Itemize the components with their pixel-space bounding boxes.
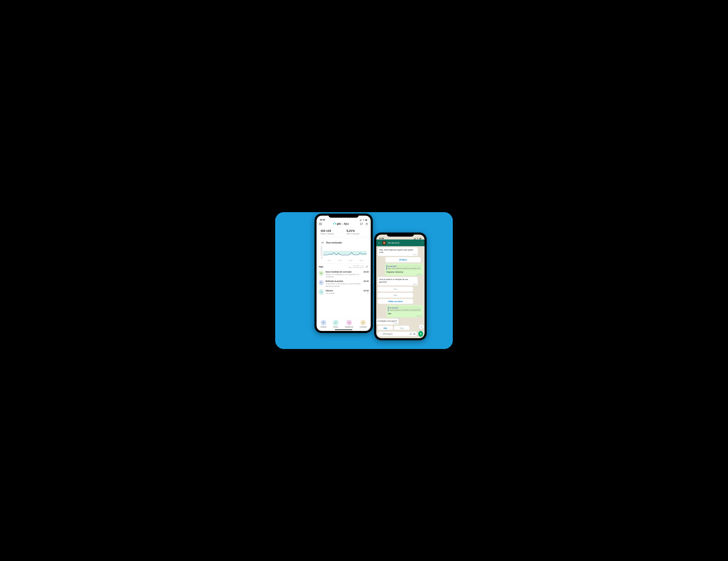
chart-svg [323, 246, 367, 259]
nav-label: Conteúdos [360, 326, 367, 328]
entry-desc: 132 (mg/dL) [326, 292, 362, 294]
option-row: Sim [378, 287, 413, 292]
today-timestamp: 08/12/2023 - 16:16 [353, 265, 364, 267]
nav-refeicao[interactable]: Refeição [321, 320, 326, 328]
entry-title: Refeição (Lanche) [326, 280, 362, 282]
list-icon: ☰ [399, 259, 402, 261]
phone-glic: 16:16 glic | Afya [314, 214, 373, 333]
signal-icon [414, 238, 416, 240]
svg-rect-6 [420, 333, 421, 334]
wifi-icon [362, 219, 365, 221]
chat-header: ← Vic da GLIC ⋮ [376, 240, 425, 246]
back-icon[interactable]: ← [378, 241, 381, 244]
nav-label: Refeição [321, 326, 326, 328]
chart-x-axis: 07/1207/1208/1208/12 [320, 260, 367, 261]
chat-icon[interactable] [360, 222, 363, 226]
metric-value: 103 ±19 [320, 229, 341, 233]
option-row: Não [378, 293, 413, 298]
message-text: Hoje, tenho algumas opções para ajudar v… [379, 249, 413, 253]
menu-dots-icon[interactable]: ⋮ [421, 241, 423, 244]
phone-notch [328, 214, 359, 218]
svg-point-10 [361, 223, 361, 224]
message-time: 15:54 [416, 315, 422, 317]
nav-label: Glicose [333, 326, 338, 328]
option-sim[interactable]: Sim [378, 287, 413, 292]
entry-title: Glicose [326, 289, 362, 292]
app-body[interactable]: 103 ±19 Média e variação 5,21% Hb1Ac est… [317, 227, 371, 318]
option-voltar[interactable]: Voltar ao início [378, 299, 413, 304]
entry-time: 16:16 [363, 280, 369, 282]
app-header: glic | Afya [317, 221, 371, 227]
entry-refeicao[interactable]: Refeição (Lanche) 37,8g Carbs, 1,4g Gord… [319, 280, 369, 287]
brand-divider: | [342, 222, 343, 225]
menu-icon[interactable] [319, 222, 322, 226]
message-out: Vic da GLIC Hoje, tenho algumas opções p… [385, 264, 423, 276]
option-nao[interactable]: Não [394, 326, 409, 330]
cutlery-icon [319, 280, 324, 285]
option-sim[interactable]: Sim [378, 326, 393, 330]
metric-card-media[interactable]: 103 ±19 Média e variação [318, 227, 343, 237]
home-indicator[interactable] [335, 329, 352, 330]
drop-icon [319, 289, 324, 295]
attach-icon[interactable] [409, 333, 412, 335]
refresh-button[interactable] [365, 265, 368, 268]
message-time: 15:54 [394, 322, 397, 324]
emoji-icon[interactable]: ☺ [379, 333, 381, 335]
nav-hipoglicemia[interactable]: Hipoglicemia [345, 320, 353, 328]
svg-rect-2 [421, 238, 422, 239]
status-icons [414, 238, 422, 240]
entry-dose[interactable]: Dose imediata de correção Aplicou 3,0 un… [319, 271, 369, 278]
svg-point-4 [414, 334, 415, 334]
document-icon [360, 320, 366, 326]
entry-desc: Aplicou 3,0 unidade(s) e nós sugerimos 3… [326, 273, 362, 278]
glucose-chart: 260240200160140120100806040 [320, 246, 367, 259]
nav-glicose[interactable]: Glicose [333, 320, 339, 328]
bag-icon[interactable] [365, 222, 369, 226]
alert-icon [346, 320, 352, 326]
nav-label: Hipoglicemia [345, 326, 353, 328]
nav-conteudos[interactable]: Conteúdos [360, 320, 367, 328]
mic-button[interactable] [418, 331, 423, 337]
svg-point-11 [361, 223, 362, 224]
message-input[interactable] [383, 333, 408, 335]
reply-quote: Vic da GLIC Hoje, tenho algumas opções p… [386, 265, 422, 270]
bottom-nav: Refeição Glicose Hipoglicemia Conteúdos [317, 318, 371, 328]
chat-title[interactable]: Vic da GLIC [388, 242, 419, 244]
brand-glic: glic [337, 222, 341, 225]
quote-text: Hoje, tenho algumas opções para ajudar v… [388, 267, 421, 269]
entry-time: 16:16 [363, 271, 369, 273]
entry-title: Dose imediata de correção [326, 271, 362, 273]
quote-name: Vic da GLIC [388, 265, 421, 267]
message-in: Você já realizou a medição de sua glicem… [378, 277, 418, 286]
message-out: Vic da GLIC Você já realizou a medição d… [386, 305, 423, 317]
quote-name: Vic da GLIC [389, 307, 421, 309]
signal-icon [359, 219, 362, 221]
option-row: Sim Não [378, 326, 409, 330]
avatar[interactable] [382, 241, 386, 245]
message-time: 15:54 [416, 274, 422, 276]
message-text: Você já realizou a medição de sua glicem… [379, 278, 408, 283]
option-row: Voltar ao início [378, 299, 413, 304]
message-input-box[interactable]: ☺ [378, 332, 417, 336]
evolution-title: Sua evolução [326, 241, 342, 244]
battery-icon [365, 219, 367, 221]
metric-value: 5,21% [347, 229, 367, 233]
camera-icon[interactable] [413, 333, 416, 335]
svg-point-12 [362, 223, 362, 224]
evolution-card[interactable]: 〰 Sua evolução 2602402001601401201008060… [318, 238, 369, 264]
metric-card-hb1ac[interactable]: 5,21% Hb1Ac estimada [344, 227, 369, 237]
chat-footer: ☺ [376, 330, 425, 338]
scroll-down-button[interactable] [419, 325, 424, 329]
wifi-icon [416, 238, 419, 240]
menu-label: Menu [402, 259, 407, 261]
menu-button[interactable]: ☰ Menu [385, 257, 421, 262]
drop-icon [333, 320, 339, 326]
quote-text: Você já realizou a medição de sua glicem… [389, 309, 421, 311]
status-time: 16:16 [320, 219, 325, 221]
option-nao[interactable]: Não [378, 293, 413, 298]
chat-body[interactable]: Hoje, tenho algumas opções para ajudar v… [376, 246, 425, 330]
entry-glicose[interactable]: Glicose 132 (mg/dL) 16:16 ⟲• [319, 289, 369, 295]
chevron-down-icon [420, 326, 422, 328]
message-in: Hoje, tenho algumas opções para ajudar v… [378, 247, 418, 256]
today-header: Hoje 08/12/2023 - 16:16 Último resultado… [318, 265, 369, 268]
